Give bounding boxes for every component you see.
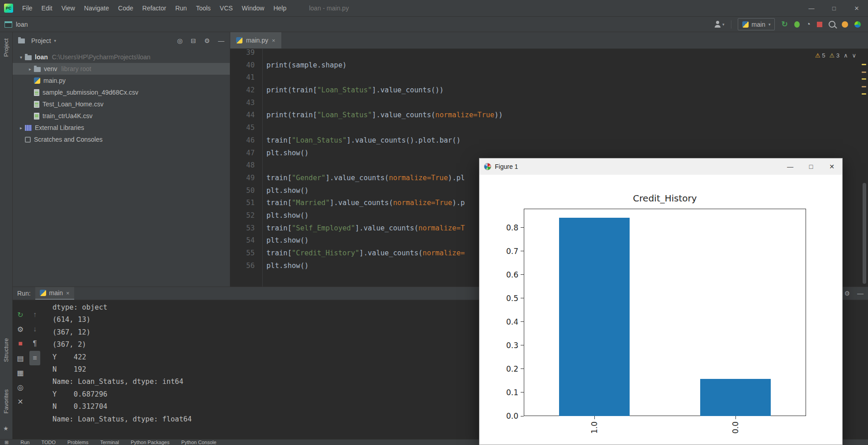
prev-occurrence-icon[interactable]: ↑	[29, 307, 40, 322]
error-stripe-mark[interactable]	[862, 78, 866, 80]
code-line-43[interactable]: 43	[230, 97, 868, 110]
menu-tools[interactable]: Tools	[191, 0, 215, 16]
tree-item-main-py[interactable]: main.py	[13, 75, 230, 86]
editor-scrollbar[interactable]	[863, 183, 866, 284]
menu-edit[interactable]: Edit	[37, 0, 57, 16]
minimize-button[interactable]: —	[800, 0, 823, 16]
tree-item-loan[interactable]: ▾loanC:\Users\HP\PycharmProjects\loan	[13, 51, 230, 63]
tab-main-py[interactable]: main.py ×	[230, 32, 281, 48]
run-console-output[interactable]: dtype: object(614, 13)(367, 12)(367, 2)Y…	[52, 301, 192, 426]
tree-item-scratches-and-consoles[interactable]: Scratches and Consoles	[13, 134, 230, 145]
soft-wrap-icon[interactable]: ¶	[29, 336, 40, 351]
code-line-40[interactable]: 40print(sample.shape)	[230, 59, 868, 72]
menu-file[interactable]: File	[18, 0, 37, 16]
gear-icon[interactable]: ⚙	[204, 37, 210, 44]
layout-icon[interactable]: ▤	[15, 351, 26, 365]
chevron-icon[interactable]: ▸	[17, 125, 25, 130]
code-line-46[interactable]: 46train["Loan_Status"].value_counts().pl…	[230, 134, 868, 147]
csv-icon	[34, 89, 39, 96]
menu-help[interactable]: Help	[269, 0, 291, 16]
code-line-41[interactable]: 41	[230, 72, 868, 84]
star-icon[interactable]: ★	[3, 425, 9, 432]
rerun-icon[interactable]: ↻	[15, 307, 26, 322]
next-occurrence-icon[interactable]: ↓	[29, 322, 40, 336]
close-icon[interactable]: ×	[66, 290, 70, 297]
run-config-select[interactable]: main ▾	[738, 18, 775, 30]
error-stripe-mark[interactable]	[862, 93, 866, 95]
code-line-39[interactable]: 39	[230, 49, 868, 59]
console-line: Y 0.687296	[52, 388, 192, 401]
error-stripe-mark[interactable]	[862, 86, 866, 87]
figure-maximize-button[interactable]: □	[801, 158, 821, 175]
coverage-button[interactable]: ◔	[806, 20, 811, 28]
gear-icon[interactable]: ⚙	[844, 290, 850, 297]
figure-close-button[interactable]: ✕	[821, 158, 842, 175]
error-stripe-mark[interactable]	[862, 72, 866, 73]
update-indicator-icon[interactable]	[842, 21, 848, 28]
menu-view[interactable]: View	[57, 0, 80, 16]
tree-item-train-ctrua4k-csv[interactable]: train_ctrUa4K.csv	[13, 110, 230, 122]
locate-file-icon[interactable]: ◎	[177, 37, 182, 44]
tree-item-sample-submission-49d68cx-csv[interactable]: sample_submission_49d68Cx.csv	[13, 86, 230, 98]
stop-icon[interactable]: ■	[15, 336, 26, 351]
code-line-45[interactable]: 45	[230, 122, 868, 134]
next-warning-icon[interactable]: ∨	[852, 52, 856, 59]
close-icon[interactable]: ×	[272, 37, 275, 44]
hide-panel-icon[interactable]: —	[857, 290, 863, 297]
chart-title: Credit_History	[524, 193, 806, 204]
run-button[interactable]: ↻	[781, 20, 787, 28]
stop-button[interactable]	[817, 22, 822, 27]
statusbar-item-terminal[interactable]: Terminal	[100, 440, 119, 445]
code-line-44[interactable]: 44print(train["Loan_Status"].value_count…	[230, 109, 868, 122]
breadcrumb[interactable]: loan	[0, 21, 28, 28]
chevron-down-icon[interactable]: ▾	[54, 38, 57, 43]
run-tab-main[interactable]: main ×	[35, 287, 74, 300]
y-tick-label: 0.0	[479, 412, 518, 421]
tree-item-test-loan-home-csv[interactable]: Test_Loan_Home.csv	[13, 98, 230, 110]
console-line: dtype: object	[52, 301, 192, 314]
figure-minimize-button[interactable]: —	[780, 158, 801, 175]
settings-icon[interactable]: ⚙	[15, 322, 26, 336]
search-icon[interactable]	[829, 21, 835, 28]
run-panel-label: Run:	[17, 290, 31, 297]
statusbar-item-todo[interactable]: TODO	[41, 440, 56, 445]
menu-navigate[interactable]: Navigate	[80, 0, 114, 16]
tool-button-favorites[interactable]: Favorites	[3, 389, 9, 413]
quick-access-icon[interactable]: ⊞	[5, 440, 9, 445]
scroll-to-end-icon[interactable]: ≡	[29, 351, 40, 365]
print-icon[interactable]: ▦	[15, 365, 26, 380]
debug-button[interactable]	[794, 21, 800, 28]
tool-button-project[interactable]: Project	[3, 38, 9, 57]
chevron-icon[interactable]: ▾	[17, 55, 25, 60]
menu-vcs[interactable]: VCS	[215, 0, 237, 16]
prev-warning-icon[interactable]: ∧	[844, 52, 848, 59]
tree-item-venv[interactable]: ▸venvlibrary root	[13, 63, 230, 75]
collapse-all-icon[interactable]: ⊟	[191, 37, 196, 44]
tool-button-structure[interactable]: Structure	[3, 338, 9, 362]
menu-window[interactable]: Window	[237, 0, 269, 16]
error-stripe-mark[interactable]	[862, 64, 866, 65]
maximize-button[interactable]: □	[823, 0, 845, 16]
statusbar-item-problems[interactable]: Problems	[67, 440, 88, 445]
inspection-widget[interactable]: ⚠ 5 ⚠ 3 ∧ ∨	[815, 52, 856, 59]
tree-item-external-libraries[interactable]: ▸External Libraries	[13, 122, 230, 134]
menu-refactor[interactable]: Refactor	[138, 0, 171, 16]
y-tick-label: 0.4	[479, 317, 518, 326]
statusbar-item-python-console[interactable]: Python Console	[181, 440, 217, 445]
figure-title-bar[interactable]: Figure 1 — □ ✕	[479, 158, 842, 175]
code-line-42[interactable]: 42print(train["Loan_Status"].value_count…	[230, 84, 868, 97]
hide-panel-icon[interactable]: —	[218, 37, 224, 44]
statusbar-item-run[interactable]: Run	[20, 440, 29, 445]
pin-icon[interactable]: ◎	[15, 380, 26, 394]
statusbar-item-python-packages[interactable]: Python Packages	[131, 440, 170, 445]
clear-icon[interactable]: ✕	[15, 394, 26, 409]
close-button[interactable]: ✕	[845, 0, 868, 16]
menu-run[interactable]: Run	[171, 0, 191, 16]
csv-icon	[34, 101, 39, 108]
line-number: 52	[230, 210, 262, 222]
chevron-icon[interactable]: ▸	[26, 67, 34, 72]
menu-code[interactable]: Code	[114, 0, 138, 16]
figure-window[interactable]: Figure 1 — □ ✕ Credit_History0.00.10.20.…	[479, 158, 843, 445]
user-menu[interactable]: ▾	[714, 21, 725, 28]
code-with-me-icon[interactable]	[854, 21, 861, 28]
